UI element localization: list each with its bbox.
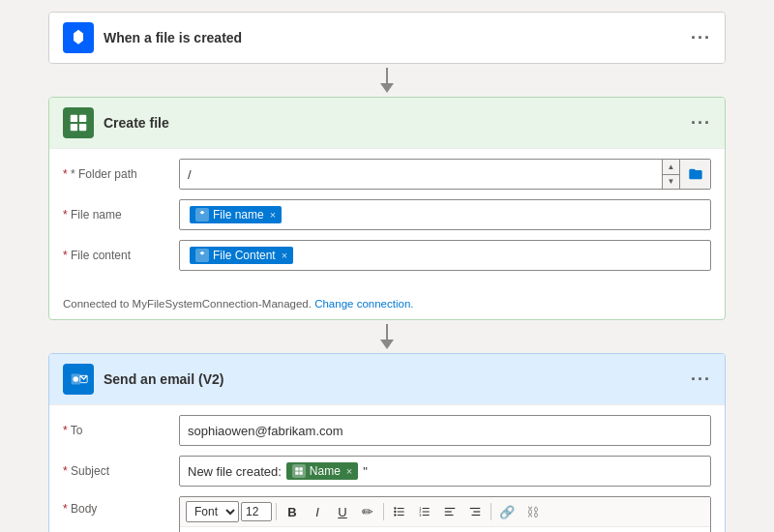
body-editor: Font B I U ✏ 1.2.3.: [179, 496, 711, 532]
send-email-title: Send an email (V2): [104, 371, 681, 387]
create-file-body: * * Folder path ▲ ▼ * File name: [49, 148, 725, 292]
svg-rect-3: [79, 124, 86, 131]
bold-button[interactable]: B: [281, 500, 304, 523]
send-email-card: Send an email (V2) ··· * To sophiaowen@f…: [48, 353, 726, 532]
font-select[interactable]: Font: [186, 501, 239, 522]
svg-rect-2: [71, 124, 77, 131]
svg-rect-25: [445, 511, 452, 512]
trigger-header: When a file is created ···: [49, 13, 725, 63]
file-name-token: File name ×: [190, 206, 282, 223]
spinner-up[interactable]: ▲: [663, 160, 679, 175]
svg-rect-11: [299, 471, 302, 474]
to-row: * To sophiaowen@fabrikam.com: [63, 415, 711, 446]
send-email-body: * To sophiaowen@fabrikam.com * Subject N…: [49, 404, 725, 532]
svg-rect-27: [470, 508, 481, 509]
dropbox-content-token-icon: [195, 249, 209, 262]
svg-rect-29: [472, 515, 481, 516]
arrow-line-2: [386, 324, 388, 340]
to-label: * To: [63, 424, 169, 437]
font-size-input[interactable]: [241, 502, 272, 521]
folder-path-input[interactable]: [180, 160, 662, 189]
file-content-token: File Content ×: [190, 247, 293, 264]
to-input[interactable]: sophiaowen@fabrikam.com: [179, 415, 711, 446]
send-email-header: Send an email (V2) ···: [49, 354, 725, 404]
editor-toolbar: Font B I U ✏ 1.2.3.: [180, 497, 710, 527]
svg-point-12: [394, 507, 396, 509]
create-file-card: Create file ··· * * Folder path ▲ ▼: [48, 97, 726, 320]
svg-point-6: [74, 376, 79, 382]
underline-button[interactable]: U: [331, 500, 354, 523]
trigger-menu[interactable]: ···: [691, 28, 711, 48]
send-email-menu[interactable]: ···: [691, 369, 711, 390]
folder-path-row: * * Folder path ▲ ▼: [63, 159, 711, 190]
arrow-1: [380, 64, 394, 97]
file-name-label: * File name: [63, 208, 169, 222]
body-row: * Body Font B I U ✏: [63, 496, 711, 532]
dropbox-token-icon: [195, 208, 209, 222]
file-content-input[interactable]: File Content ×: [179, 240, 711, 271]
trigger-title: When a file is created: [104, 30, 681, 45]
ordered-list-button[interactable]: 1.2.3.: [413, 500, 436, 523]
toolbar-sep-2: [383, 503, 384, 520]
unlink-button[interactable]: ⛓: [521, 500, 544, 523]
spinner-down[interactable]: ▼: [663, 175, 679, 190]
subject-input[interactable]: New file created: Name × ": [179, 456, 711, 487]
file-name-input[interactable]: File name ×: [179, 199, 711, 230]
align-left-button[interactable]: [438, 500, 461, 523]
folder-path-spinner: ▲ ▼: [662, 160, 679, 189]
file-name-row: * File name File name ×: [63, 199, 711, 230]
svg-rect-24: [445, 508, 456, 509]
required-star-1: *: [63, 167, 71, 181]
create-file-title: Create file: [104, 115, 681, 131]
svg-rect-8: [295, 467, 298, 470]
file-content-row: * File content File Content ×: [63, 240, 711, 271]
pencil-button[interactable]: ✏: [356, 500, 379, 523]
svg-point-14: [394, 511, 396, 513]
flow-container: When a file is created ··· Create file ·…: [15, 12, 759, 532]
toolbar-sep-3: [491, 503, 491, 520]
arrow-head-2: [380, 340, 394, 349]
folder-browse-button[interactable]: [679, 160, 710, 189]
subject-row: * Subject New file created: Name × ": [63, 456, 711, 487]
create-file-header: Create file ···: [49, 98, 725, 148]
create-file-connection: Connected to MyFileSystemConnection-Mana…: [49, 292, 725, 319]
create-file-menu[interactable]: ···: [691, 113, 711, 133]
svg-rect-1: [79, 115, 86, 122]
svg-rect-0: [71, 115, 77, 122]
arrow-head-1: [380, 83, 394, 93]
subject-label: * Subject: [63, 464, 169, 478]
file-content-token-close[interactable]: ×: [282, 250, 287, 261]
editor-content[interactable]: At this location: Path ×: [180, 527, 710, 532]
svg-rect-28: [473, 511, 480, 512]
svg-text:3.: 3.: [419, 514, 422, 517]
align-right-button[interactable]: [463, 500, 487, 523]
folder-path-input-wrapper: ▲ ▼: [179, 159, 711, 190]
toolbar-sep-1: [276, 503, 277, 520]
create-file-change-connection[interactable]: Change connection.: [314, 298, 413, 310]
dropbox-trigger-icon: [63, 22, 94, 53]
arrow-2: [380, 320, 394, 353]
svg-point-16: [394, 514, 396, 516]
subject-token-close[interactable]: ×: [346, 465, 352, 477]
svg-rect-9: [299, 467, 302, 470]
svg-rect-10: [295, 471, 298, 474]
unordered-list-button[interactable]: [388, 500, 411, 523]
body-label: * Body: [63, 496, 169, 516]
file-content-label: * File content: [63, 249, 169, 262]
link-button[interactable]: 🔗: [495, 500, 519, 523]
trigger-card: When a file is created ···: [48, 12, 726, 64]
create-file-subject-icon: [292, 464, 306, 478]
svg-rect-26: [445, 515, 454, 516]
arrow-line-1: [386, 68, 388, 83]
subject-name-token: Name ×: [286, 462, 358, 480]
folder-path-label: * * Folder path: [63, 167, 169, 181]
outlook-icon: [63, 364, 94, 395]
create-file-icon: [63, 107, 94, 138]
file-name-token-close[interactable]: ×: [270, 209, 276, 221]
italic-button[interactable]: I: [306, 500, 329, 523]
